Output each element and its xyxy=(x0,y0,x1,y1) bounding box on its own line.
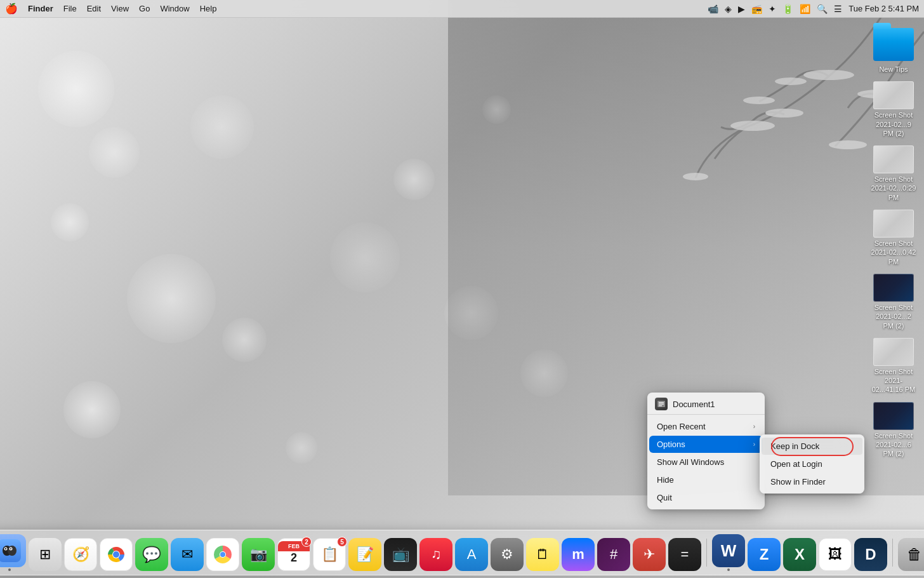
dock-item-calculator[interactable]: = xyxy=(668,538,701,571)
svg-point-3 xyxy=(730,121,775,131)
dock-item-sysprefs[interactable]: ⚙ xyxy=(491,538,524,571)
dock-item-reminders[interactable]: 📋 5 xyxy=(313,538,346,571)
dock-icon-notes: 📝 xyxy=(348,538,381,571)
dock-item-stickies[interactable]: 🗒 xyxy=(526,538,559,571)
dock-icon-launchpad: ⊞ xyxy=(29,538,62,571)
dock-item-calendar[interactable]: FEB 2 2 xyxy=(277,538,310,571)
dock-icon-reminders: 📋 5 xyxy=(313,538,346,571)
desktop-icon-screenshot-1-label: Screen Shot2021-02...9 PM (2) xyxy=(871,111,916,138)
dock-icon-facetime: 📷 xyxy=(242,538,275,571)
desktop-icon-screenshot-4[interactable]: Screen Shot2021-02...2 PM (2) xyxy=(868,271,919,333)
svg-rect-9 xyxy=(659,402,664,403)
desktop-icon-screenshot-2-label: Screen Shot2021-02...0:29 PM xyxy=(871,175,916,202)
screentime-icon[interactable]: ▶ xyxy=(738,4,745,14)
desktop-icon-screenshot-3-label: Screen Shot2021-02...0.42 PM xyxy=(871,239,916,266)
menubar-file[interactable]: File xyxy=(63,4,77,13)
dock-dot-word xyxy=(727,568,730,571)
dock-icon-safari: 🧭 xyxy=(64,538,97,571)
svg-point-6 xyxy=(829,140,867,149)
apple-menu[interactable]: 🍎 xyxy=(5,3,18,15)
menubar-view[interactable]: View xyxy=(111,4,129,13)
desktop-icon-screenshot-6[interactable]: Screen Shot2021-02...6 PM (2) xyxy=(868,400,919,461)
controlcenter-icon[interactable]: ☰ xyxy=(834,4,842,14)
battery-icon[interactable]: 🔋 xyxy=(782,4,793,14)
desktop-icon-screenshot-4-label: Screen Shot2021-02...2 PM (2) xyxy=(871,303,916,330)
dock-item-preview[interactable]: 🖼 xyxy=(819,538,852,571)
svg-point-2 xyxy=(765,109,803,118)
dock-item-finder[interactable] xyxy=(0,534,26,571)
dock-icon-word: W xyxy=(712,534,745,567)
reminders-badge: 5 xyxy=(337,537,347,547)
dock-icon-stickies: 🗒 xyxy=(526,538,559,571)
dock-item-deepl[interactable]: D xyxy=(854,538,887,571)
dock-separator xyxy=(706,539,707,567)
dock-dot-finder xyxy=(8,568,11,571)
svg-point-17 xyxy=(5,548,6,549)
svg-point-1 xyxy=(775,77,807,85)
dock-icon-messenger: m xyxy=(562,538,595,571)
dock-icon-airmail: ✈ xyxy=(633,538,666,571)
dock-icon-zoom: Z xyxy=(748,538,781,571)
desktop-icon-screenshot-5[interactable]: Screen Shot2021-02...41.16 PM xyxy=(868,335,919,397)
context-menu-quit[interactable]: Quit xyxy=(649,489,763,506)
dock-item-slack[interactable]: # xyxy=(597,538,630,571)
dock-icon-messages: 💬 xyxy=(135,538,168,571)
dock-item-appstore[interactable]: A xyxy=(455,538,488,571)
dock-item-photos[interactable] xyxy=(206,538,239,571)
svg-point-0 xyxy=(803,70,854,80)
dock-item-excel[interactable]: X xyxy=(783,538,816,571)
context-menu-header: Document1 xyxy=(647,393,765,415)
menubar-time: Tue Feb 2 5:41 PM xyxy=(848,4,919,13)
context-menu-open-recent[interactable]: Open Recent › xyxy=(649,418,763,435)
svg-rect-11 xyxy=(659,405,662,407)
dock-item-airmail[interactable]: ✈ xyxy=(633,538,666,571)
dock-icon-sysprefs: ⚙ xyxy=(491,538,524,571)
dock-item-notes[interactable]: 📝 xyxy=(348,538,381,571)
search-icon[interactable]: 🔍 xyxy=(817,4,828,14)
menubar-go[interactable]: Go xyxy=(139,4,150,13)
dock-item-trash[interactable]: 🗑 xyxy=(898,538,924,571)
desktop-icons-area: New Tips Screen Shot2021-02...9 PM (2) S… xyxy=(868,25,919,461)
menubar-window[interactable]: Window xyxy=(160,4,189,13)
menubar-edit[interactable]: Edit xyxy=(87,4,101,13)
submenu-open-at-login[interactable]: Open at Login xyxy=(762,455,862,473)
siri-icon[interactable]: ◈ xyxy=(725,4,732,14)
dock-item-word[interactable]: W xyxy=(712,534,745,571)
desktop-icon-screenshot-2[interactable]: Screen Shot2021-02...0:29 PM xyxy=(868,143,919,205)
desktop-icon-screenshot-3[interactable]: Screen Shot2021-02...0.42 PM xyxy=(868,207,919,269)
dock-item-music[interactable]: ♫ xyxy=(419,538,452,571)
context-menu-options[interactable]: Options › xyxy=(649,436,763,453)
context-menu-hide[interactable]: Hide xyxy=(649,471,763,488)
desktop-icon-screenshot-6-label: Screen Shot2021-02...6 PM (2) xyxy=(871,431,916,459)
wifi-icon[interactable]: 📶 xyxy=(800,4,810,14)
dock-icon-deepl: D xyxy=(854,538,887,571)
context-menu-app-name: Document1 xyxy=(673,400,715,409)
dock-item-facetime[interactable]: 📷 xyxy=(242,538,275,571)
context-menu-show-all-windows[interactable]: Show All Windows xyxy=(649,454,763,471)
submenu-keep-in-dock[interactable]: Keep in Dock xyxy=(762,438,862,455)
dock-item-chrome[interactable] xyxy=(100,538,133,571)
facetime-menubar-icon[interactable]: 📹 xyxy=(708,4,718,14)
dock-item-safari[interactable]: 🧭 xyxy=(64,538,97,571)
dock-icon-finder xyxy=(0,534,26,567)
menubar-help[interactable]: Help xyxy=(200,4,217,13)
svg-point-7 xyxy=(743,97,775,104)
dock-item-messages[interactable]: 💬 xyxy=(135,538,168,571)
podcast-icon[interactable]: 📻 xyxy=(751,4,762,14)
bluetooth-icon[interactable]: ✦ xyxy=(769,4,776,14)
desktop-icon-new-tips[interactable]: New Tips xyxy=(868,25,919,76)
svg-point-21 xyxy=(113,551,119,558)
dock-icon-slack: # xyxy=(597,538,630,571)
dock-item-messenger[interactable]: m xyxy=(562,538,595,571)
svg-point-18 xyxy=(10,548,11,549)
submenu-show-in-finder[interactable]: Show in Finder xyxy=(762,473,862,490)
dock-item-zoom[interactable]: Z xyxy=(748,538,781,571)
menubar-app-name[interactable]: Finder xyxy=(28,4,53,13)
dock: ⊞ 🧭 💬 ✉ xyxy=(0,530,924,575)
dock-item-launchpad[interactable]: ⊞ xyxy=(29,538,62,571)
options-chevron: › xyxy=(753,441,755,448)
dock-item-appletv[interactable]: 📺 xyxy=(384,538,417,571)
desktop-icon-screenshot-1[interactable]: Screen Shot2021-02...9 PM (2) xyxy=(868,79,919,140)
dock-item-mail[interactable]: ✉ xyxy=(171,538,204,571)
dock-icon-music: ♫ xyxy=(419,538,452,571)
